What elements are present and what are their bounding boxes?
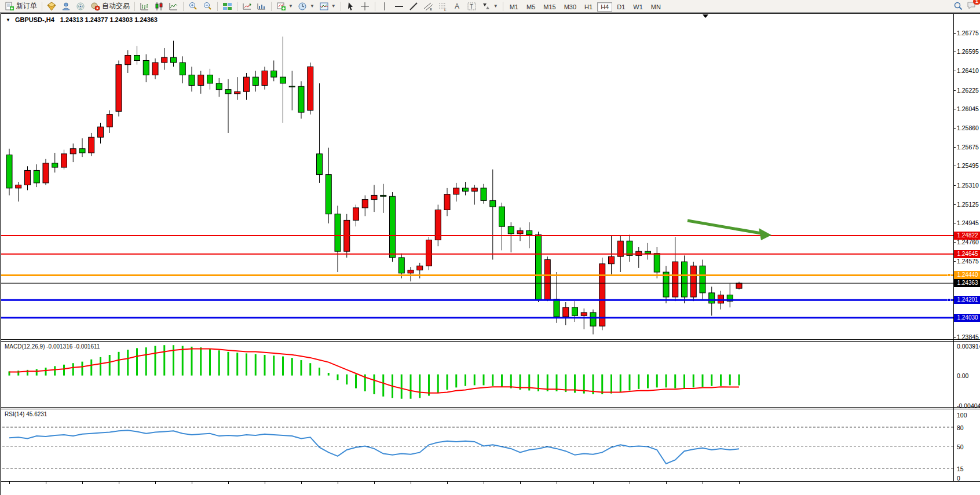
- timeframe-button-w1[interactable]: W1: [630, 2, 646, 12]
- dropdown-arrow-icon: ▼: [310, 3, 315, 9]
- candle-bear: [709, 293, 715, 303]
- rsi-line: [9, 430, 739, 464]
- rsi-axis-label-100: 100: [957, 412, 967, 419]
- zoom-in-icon: [188, 2, 198, 11]
- price-tick-mark: [953, 223, 956, 223]
- macd-histogram-bar: [501, 375, 503, 387]
- text-tool-button[interactable]: A: [450, 1, 465, 12]
- fibonacci-tool-button[interactable]: F: [436, 1, 450, 12]
- candle-bear: [572, 307, 578, 316]
- text-label-icon: T: [467, 2, 477, 11]
- macd-histogram-bar: [656, 375, 658, 388]
- candle-bull: [609, 256, 615, 264]
- chart-template-button[interactable]: ▼: [317, 1, 338, 12]
- strategy-tester-button[interactable]: [254, 1, 269, 12]
- candle-bull: [371, 195, 377, 199]
- chart-collapse-icon[interactable]: ▼: [6, 17, 10, 23]
- algo-trading-button[interactable]: 自动交易: [88, 1, 132, 12]
- new-chart-button[interactable]: ▼: [274, 1, 295, 12]
- text-label-tool-button[interactable]: T: [465, 1, 479, 12]
- market-button[interactable]: [45, 1, 59, 12]
- strategy-tester-icon: [257, 2, 266, 11]
- macd-histogram-bar: [264, 355, 266, 376]
- timeframe-button-h4[interactable]: H4: [597, 2, 612, 12]
- candle-bear: [398, 258, 404, 273]
- price-tick-mark: [953, 52, 956, 52]
- crosshair-icon: [360, 2, 370, 11]
- period-button[interactable]: ▼: [295, 1, 317, 12]
- zoom-out-button[interactable]: [200, 1, 215, 12]
- macd-histogram-bar: [665, 375, 667, 388]
- macd-histogram-bar: [109, 355, 111, 376]
- timeframe-button-m15[interactable]: M15: [540, 2, 559, 12]
- candle-bull: [544, 260, 550, 300]
- candle-bear: [490, 200, 496, 207]
- price-tick-label: 1.23845: [957, 333, 979, 340]
- macd-histogram-bar: [282, 357, 284, 376]
- line-chart-icon: [169, 2, 178, 11]
- channel-tool-button[interactable]: E: [421, 1, 436, 12]
- horizontal-line-tool-button[interactable]: [392, 1, 407, 12]
- arrows-tool-button[interactable]: ▼: [479, 1, 500, 12]
- signals-button[interactable]: [59, 1, 74, 12]
- price-tick-mark: [953, 71, 956, 71]
- candle-bull: [43, 163, 49, 183]
- price-tick-mark: [953, 337, 956, 338]
- candle-bear: [499, 207, 505, 226]
- rsi-axis-label-50: 50: [957, 443, 964, 450]
- timeframe-button-mn[interactable]: MN: [648, 2, 664, 12]
- macd-histogram-bar: [483, 375, 485, 386]
- data-window-button[interactable]: [240, 1, 254, 12]
- macd-histogram-bar: [674, 375, 676, 388]
- macd-histogram-bar: [702, 375, 704, 387]
- macd-histogram-bar: [610, 375, 612, 394]
- timeframe-button-m5[interactable]: M5: [523, 2, 539, 12]
- price-tick-label: 1.25860: [957, 124, 979, 131]
- timeframe-button-m30[interactable]: M30: [561, 2, 580, 12]
- line-chart-button[interactable]: [166, 1, 181, 12]
- tile-windows-button[interactable]: [220, 1, 235, 12]
- chart-window: ▼ GBPUSD-,H4 1.24313 1.24377 1.24303 1.2…: [0, 13, 980, 495]
- price-tick-mark: [953, 204, 956, 205]
- candle-bull: [262, 71, 268, 85]
- candle-bear: [335, 214, 341, 252]
- vertical-line-tool-button[interactable]: [378, 1, 392, 12]
- cursor-tool-button[interactable]: [343, 1, 358, 12]
- price-chart-canvas[interactable]: [1, 13, 980, 495]
- search-icon[interactable]: [953, 2, 963, 11]
- crosshair-tool-button[interactable]: [358, 1, 372, 12]
- candle-bear: [645, 251, 651, 254]
- trendline-tool-button[interactable]: [407, 1, 421, 12]
- time-tick-mark: [155, 482, 156, 484]
- line-drag-handle: [948, 298, 951, 302]
- vps-button[interactable]: [74, 1, 88, 12]
- price-tick-label: 1.26595: [957, 48, 979, 55]
- toolbar-separator: [341, 2, 341, 11]
- macd-histogram-bar: [437, 375, 439, 393]
- timeframe-button-d1[interactable]: D1: [613, 2, 628, 12]
- macd-histogram-bar: [82, 362, 83, 376]
- bar-chart-button[interactable]: [137, 1, 152, 12]
- notification-badge: 1: [973, 0, 980, 5]
- new-order-icon: [5, 2, 14, 11]
- candle-bear: [216, 83, 222, 90]
- candle-bear: [143, 60, 149, 75]
- chat-button[interactable]: 1: [967, 1, 977, 12]
- macd-histogram-bar: [236, 353, 238, 376]
- macd-histogram-bar: [291, 358, 293, 375]
- price-tick-mark: [953, 261, 956, 262]
- candle-bull: [235, 91, 240, 94]
- price-tag-1.24363: 1.24363: [954, 279, 980, 287]
- candle-bear: [508, 226, 514, 234]
- new-order-button[interactable]: 新订单: [2, 1, 39, 12]
- candlestick-chart-button[interactable]: [152, 1, 166, 12]
- timeframe-button-m1[interactable]: M1: [506, 2, 522, 12]
- signals-icon: [61, 2, 71, 11]
- zoom-in-button[interactable]: [186, 1, 200, 12]
- timeframe-button-h1[interactable]: H1: [581, 2, 596, 12]
- time-tick-mark: [82, 482, 83, 484]
- candle-bull: [198, 75, 204, 86]
- macd-histogram-bar: [455, 375, 457, 388]
- macd-histogram-bar: [693, 375, 694, 388]
- macd-histogram-bar: [155, 346, 156, 375]
